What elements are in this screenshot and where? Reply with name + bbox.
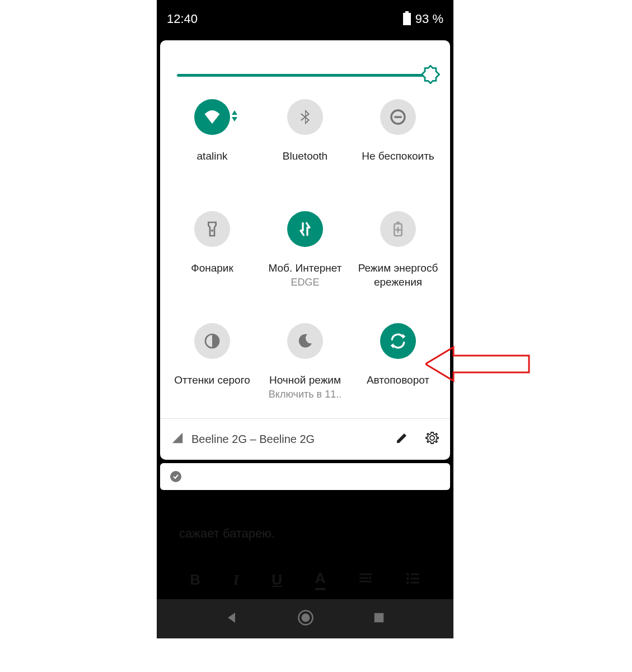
annotation-arrow (425, 342, 532, 386)
wifi-expand-icon[interactable] (231, 110, 238, 124)
tile-sublabel: EDGE (291, 277, 319, 288)
settings-button[interactable] (425, 431, 439, 447)
autorotate-icon (380, 323, 416, 359)
tile-label: Автоповорот (364, 374, 432, 388)
svg-marker-1 (232, 110, 237, 115)
tile-dnd[interactable]: Не беспокоить (352, 99, 444, 178)
tile-flashlight[interactable]: Фонарик (166, 211, 259, 290)
quick-settings-panel: atalink Bluetooth Не беспокоить Фонарик (160, 40, 450, 460)
edit-button[interactable] (395, 431, 409, 447)
tile-sublabel: Включить в 11.. (269, 389, 341, 400)
signal-icon (171, 432, 184, 447)
background-app-text: сажает батарею. (157, 526, 453, 541)
battery-icon (403, 13, 411, 25)
tile-wifi[interactable]: atalink (166, 99, 259, 178)
tile-label: Оттенки серого (172, 374, 252, 388)
tile-label: atalink (195, 150, 230, 164)
brightness-thumb-icon[interactable] (421, 65, 440, 84)
tile-label: Ночной режим (267, 374, 343, 388)
tile-night-mode[interactable]: Ночной режим Включить в 11.. (259, 323, 352, 402)
svg-marker-13 (402, 334, 405, 339)
tile-mobile-data[interactable]: Моб. Интернет EDGE (259, 211, 352, 290)
svg-marker-14 (391, 343, 394, 348)
qs-footer: Beeline 2G – Beeline 2G (160, 418, 450, 460)
svg-marker-0 (422, 66, 439, 83)
svg-point-5 (211, 230, 213, 232)
tile-label: Bluetooth (280, 150, 330, 164)
svg-rect-7 (396, 222, 399, 224)
tile-battery-saver[interactable]: Режим энергосб ережения (352, 211, 444, 290)
mobile-data-icon (287, 211, 323, 247)
battery-percent: 93 % (415, 12, 443, 26)
notification-row[interactable] (160, 463, 450, 490)
tile-label: Фонарик (189, 262, 236, 276)
tile-label: Моб. Интернет (266, 262, 344, 276)
night-mode-icon (287, 323, 323, 359)
tile-label: Не беспокоить (359, 150, 436, 164)
brightness-slider[interactable] (160, 40, 450, 99)
status-time: 12:40 (167, 12, 198, 26)
tile-label: Режим энергосб ережения (356, 262, 441, 289)
grayscale-icon (194, 323, 230, 359)
flashlight-icon (194, 211, 230, 247)
tile-bluetooth[interactable]: Bluetooth (259, 99, 352, 178)
bluetooth-icon (287, 99, 323, 135)
phone-frame: 12:40 93 % atalink (157, 0, 453, 638)
dnd-icon (380, 99, 416, 135)
brightness-track (177, 74, 433, 77)
carrier-text: Beeline 2G – Beeline 2G (191, 433, 315, 446)
tiles-grid: atalink Bluetooth Не беспокоить Фонарик (160, 99, 450, 418)
wifi-icon (194, 99, 230, 135)
status-bar: 12:40 93 % (157, 0, 453, 38)
battery-saver-icon (380, 211, 416, 247)
check-circle-icon (170, 471, 181, 482)
svg-marker-2 (232, 117, 237, 122)
tile-grayscale[interactable]: Оттенки серого (166, 323, 259, 402)
